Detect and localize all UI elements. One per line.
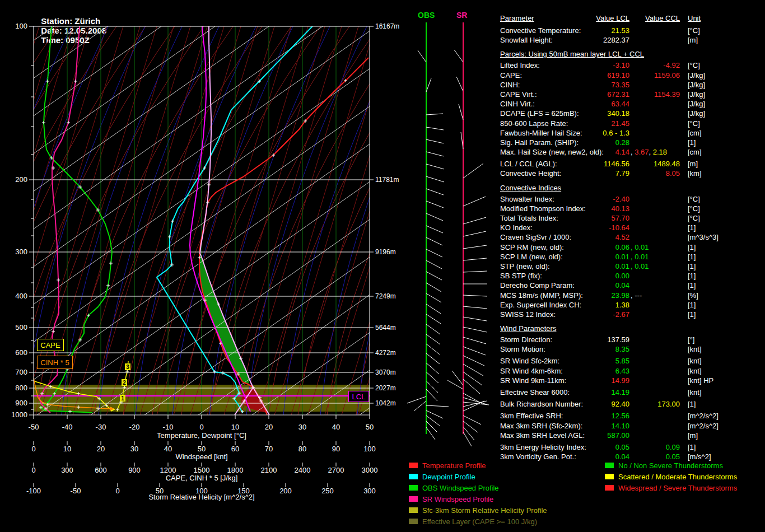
cape-tick-label: 1500: [194, 466, 210, 474]
altitude-label: 9196m: [375, 248, 396, 256]
param-row: Bulk Richardson Number:92.40173.00[1]: [500, 400, 765, 409]
parameter-table: Parameter Value LCL Value CCL Unit Conve…: [500, 14, 765, 462]
param-row: CAPE Virt.:672.311154.39[J/kg]: [500, 90, 765, 100]
windspeed-tick-label: 70: [265, 445, 273, 453]
pressure-label: 1000: [11, 410, 27, 419]
windspeed-tick-label: 20: [97, 445, 105, 453]
cape-tick-label: 2700: [328, 466, 344, 474]
section-header: Wind Parameters: [500, 324, 765, 335]
cape-tick-label: 1200: [160, 466, 176, 474]
pressure-label: 800: [15, 384, 27, 392]
altitude-label: 11781m: [375, 176, 399, 184]
param-row: 3km Effective SRH:12.56[m^2/s^2]: [500, 412, 765, 421]
windspeed-tick-label: 30: [130, 445, 138, 453]
param-row: Derecho Comp Param:0.04[1]: [500, 281, 765, 291]
pressure-label: 400: [15, 292, 27, 300]
legend-swatch: [409, 463, 418, 468]
cape-tick-label: 2100: [261, 466, 277, 474]
windspeed-tick-label: 100: [363, 445, 376, 453]
param-row: SR Wind 9km-11km:14.99[knt] HP: [500, 376, 765, 386]
cape-tick-label: 3000: [362, 466, 378, 474]
legend-item: No / Non Severe Thunderstorms: [605, 461, 737, 473]
param-row: LCL / CCL (AGL):1146.561489.48[m]: [500, 160, 765, 169]
cape-tick-label: 1800: [227, 466, 244, 474]
severity-legend: No / Non Severe ThunderstormsScattered /…: [605, 461, 737, 495]
pressure-label: 600: [15, 348, 27, 357]
sounding-curves: [34, 26, 368, 415]
param-row: Max 3km SRH (Sfc-2km):14.10[m^2/s^2]: [500, 422, 765, 431]
windspeed-tick-label: 80: [298, 445, 306, 453]
cape-tick-label: 900: [128, 466, 141, 474]
param-row: Showalter Index:-2.40[°C]: [500, 195, 765, 204]
pressure-label: 900: [15, 399, 27, 407]
cape-profile-tag: CAPE: [37, 339, 64, 351]
param-row: SWISS 12 Index:-2.67[1]: [500, 310, 765, 320]
param-row: SCP LM (new, old):0.01, 0.01[1]: [500, 253, 765, 262]
section-header: Convective Indices: [500, 184, 765, 195]
param-row: SB STP (fix):0.00[1]: [500, 272, 765, 281]
temperature-tick-label: -20: [129, 423, 140, 431]
svg-text:3: 3: [126, 364, 129, 370]
cape-tick-label: 300: [61, 466, 73, 474]
temperature-tick-label: 50: [366, 423, 374, 431]
cape-axis-title: CAPE, CINH * 5 [J/kg]: [34, 474, 370, 482]
svg-text:2: 2: [123, 380, 126, 386]
param-row: Fawbush-Miller Hail Size:0.6 - 1.3[cm]: [500, 129, 765, 138]
temperature-tick-label: 30: [298, 423, 306, 431]
temperature-tick-label: 0: [199, 423, 203, 431]
param-row: DCAPE (LFS = 625mB):340.18[J/kg]: [500, 109, 765, 119]
windspeed-tick-label: 50: [198, 445, 206, 453]
windspeed-tick-label: 10: [63, 445, 71, 453]
col-value-ccl: Value CCL: [633, 14, 680, 22]
cape-tick-label: 600: [95, 466, 107, 474]
param-row: SR Wind Sfc-2km:5.85[knt]: [500, 357, 765, 366]
param-row: Storm Direction:137.59[°]: [500, 335, 765, 345]
param-row: CINH:73.35[J/kg]: [500, 81, 765, 90]
plot-area: 321: [0, 26, 498, 415]
temperature-tick-label: -30: [96, 423, 106, 431]
param-row: Craven SigSvr / 1000:4.52[m^3/s^3]: [500, 233, 765, 242]
col-value-lcl: Value LCL: [566, 14, 629, 22]
param-row: SCP RM (new, old):0.06, 0.01[1]: [500, 243, 765, 253]
param-row: Lifted Index:-3.10-4.92[°C]: [500, 61, 765, 71]
cinh-profile-tag: CINH * 5: [37, 356, 73, 369]
wind-barb-columns: [407, 22, 489, 446]
sounding-app: { "header": {"station": "Station: Zürich…: [0, 0, 765, 532]
windspeed-tick-label: 60: [231, 445, 239, 453]
param-row: Storm Motion:8.35[knt]: [500, 345, 765, 354]
legend-item: Sfc-3km Storm Relative Helicity Profile: [409, 506, 547, 517]
param-row: 3km Energy Helicity Index:0.050.09[1]: [500, 443, 765, 452]
altitude-label: 5644m: [375, 324, 396, 332]
temperature-tick-label: -40: [62, 423, 73, 431]
legend-item: Dewpoint Profile: [409, 473, 547, 484]
param-row: Max. Hail Size (new, new2, old):4.14, 3.…: [500, 148, 765, 157]
profile-legend: Temperature ProfileDewpoint ProfileOBS W…: [409, 461, 547, 529]
srh-axis-title: Storm Relative Helicity [m^2/s^2]: [34, 493, 370, 501]
param-row: MCS 18m/s (MMP, MSP):23.98, ---[%]: [500, 291, 765, 301]
legend-swatch: [605, 485, 614, 491]
legend-item: Widespread / Severe Thunderstorms: [605, 484, 737, 495]
legend-item: Effective Layer (CAPE >= 100 J/kg): [409, 517, 547, 529]
legend-swatch: [409, 474, 418, 479]
temperature-tick-label: 40: [332, 423, 340, 431]
temperature-tick-label: 20: [265, 423, 273, 431]
col-unit: Unit: [688, 14, 701, 22]
col-parameter: Parameter: [500, 14, 534, 22]
param-row: Exp. Supercell Index CH:1.38[1]: [500, 301, 765, 310]
param-row: CINH Virt.:63.44[J/kg]: [500, 100, 765, 109]
data-point-markers: [39, 79, 347, 413]
altitude-label: 7249m: [375, 292, 396, 300]
legend-swatch: [409, 496, 418, 502]
legend-swatch: [409, 485, 418, 491]
param-row: Sig. Hail Param. (SHIP):0.28[1]: [500, 138, 765, 148]
table-column-headers: Parameter Value LCL Value CCL Unit: [500, 14, 765, 26]
cape-tick-label: 0: [31, 466, 35, 474]
param-row: CAPE:619.101159.06[J/kg]: [500, 71, 765, 81]
legend-swatch: [605, 474, 614, 479]
legend-item: Scattered / Moderate Thunderstorms: [605, 473, 737, 484]
pressure-label: 100: [15, 22, 27, 30]
pressure-label: 200: [15, 175, 27, 184]
altitude-label: 16167m: [375, 22, 399, 30]
svg-text:1: 1: [121, 395, 124, 402]
cape-tick-label: 2400: [295, 466, 311, 474]
